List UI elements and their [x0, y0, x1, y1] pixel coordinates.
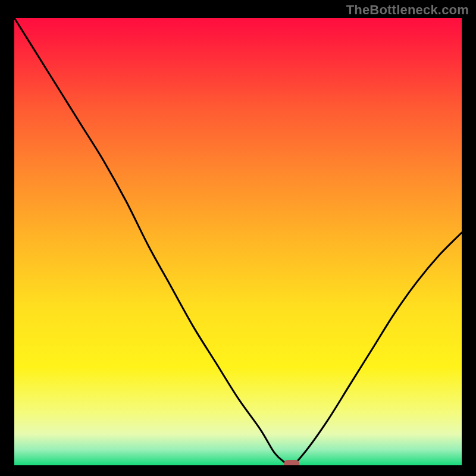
watermark-text: TheBottleneck.com [346, 2, 469, 18]
chart-frame: TheBottleneck.com [0, 0, 476, 476]
plot-area [14, 18, 462, 465]
bottleneck-chart [14, 18, 462, 465]
optimum-marker [284, 460, 299, 465]
